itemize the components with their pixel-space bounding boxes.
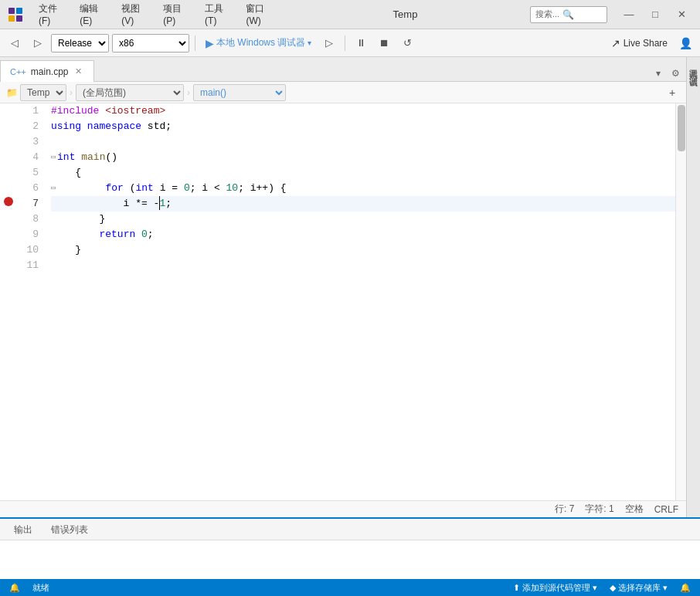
code-line-3 (51, 134, 675, 150)
stop-button[interactable]: ⏹ (374, 34, 394, 52)
tab-dropdown-button[interactable]: ▾ (651, 66, 666, 81)
liveshare-button[interactable]: ↗ Live Share (607, 36, 672, 51)
nav-add-button[interactable]: + (664, 85, 680, 100)
text-cursor (159, 196, 160, 210)
menu-window[interactable]: 窗口(W) (238, 0, 280, 29)
liveshare-label: Live Share (624, 38, 668, 49)
project-nav: 📁 Temp (6, 84, 66, 101)
char-info: 字符: 1 (585, 503, 613, 516)
code-container: 1 2 3 4 5 6 7 8 9 10 11 #include <iostre… (0, 103, 686, 500)
nav-separator-1: › (70, 87, 73, 98)
token-include: #include <iostream> (51, 105, 165, 117)
code-line-10: } (51, 242, 675, 258)
title-bar: 文件(F) 编辑(E) 视图(V) 项目(P) 工具(T) 窗口(W) Temp… (0, 0, 700, 29)
nav-bar-right: + (664, 85, 680, 100)
search-box[interactable]: 搜索... 🔍 (530, 6, 607, 23)
status-add-source[interactable]: ⬆ 添加到源代码管理 ▾ (510, 579, 600, 596)
line-num-8: 8 (17, 212, 45, 227)
tab-bar: C++ main.cpp ✕ ▾ ⚙ (0, 57, 686, 82)
tab-main-cpp[interactable]: C++ main.cpp ✕ (0, 60, 94, 82)
window-controls: — □ ✕ (617, 4, 694, 25)
code-line-4: ▭int main() (51, 150, 675, 165)
nav-forward-button[interactable]: ▷ (28, 34, 48, 52)
editor-status-bar: 行: 7 字符: 1 空格 CRLF (0, 500, 686, 517)
encoding-info: CRLF (654, 504, 678, 515)
line-num-3: 3 (17, 134, 45, 150)
menu-bar: 文件(F) 编辑(E) 视图(V) 项目(P) 工具(T) 窗口(W) (31, 0, 280, 29)
cpp-file-icon: C++ (10, 67, 26, 76)
status-ready[interactable]: 就绪 (29, 579, 53, 596)
window-title: Temp (280, 8, 530, 20)
space-info: 空格 (625, 503, 644, 516)
line-num-2: 2 (17, 119, 45, 134)
restart-button[interactable]: ↺ (397, 34, 417, 52)
line-num-1: 1 (17, 103, 45, 119)
status-git-icon[interactable]: 🔔 (6, 579, 23, 596)
continue-button[interactable]: ▷ (319, 34, 339, 52)
tab-close-button[interactable]: ✕ (73, 66, 84, 77)
symbol-select[interactable]: main() (193, 84, 286, 101)
dropdown-chevron: ▾ (593, 583, 597, 593)
line-num-5: 5 (17, 165, 45, 181)
tab-label: main.cpp (31, 66, 69, 77)
menu-file[interactable]: 文件(F) (31, 0, 70, 29)
minimize-button[interactable]: — (617, 4, 641, 25)
menu-tools[interactable]: 工具(T) (197, 0, 236, 29)
code-line-1: #include <iostream> (51, 103, 675, 119)
breakpoint-gutter (0, 103, 17, 500)
breakpoint-line7[interactable] (4, 197, 13, 206)
account-button[interactable]: 👤 (675, 34, 695, 52)
tab-error-list[interactable]: 错误列表 (43, 520, 96, 540)
line-num-7: 7 (17, 196, 45, 212)
configuration-select[interactable]: Release (51, 34, 109, 52)
debug-target-label: 本地 Windows 调试器 (216, 36, 305, 49)
menu-project[interactable]: 项目(P) (155, 0, 195, 29)
project-icon: 📁 (6, 87, 18, 98)
menu-edit[interactable]: 编辑(E) (72, 0, 112, 29)
status-bar: 🔔 就绪 ⬆ 添加到源代码管理 ▾ ◆ 选择存储库 ▾ 🔔 (0, 579, 700, 596)
repo-chevron: ▾ (663, 583, 668, 593)
main-container: C++ main.cpp ✕ ▾ ⚙ 📁 Temp › (全局范围) › (0, 57, 700, 517)
line-num-10: 10 (17, 242, 45, 258)
right-panel: 调试工具 调试器 (686, 57, 700, 517)
code-editor[interactable]: #include <iostream> using namespace std;… (45, 103, 675, 500)
right-panel-item-2[interactable]: 调试器 (686, 68, 700, 74)
code-line-7: i *= -1; (51, 196, 675, 212)
fold-icon-4[interactable]: ▭ (51, 150, 56, 165)
scrollbar-thumb[interactable] (678, 105, 685, 151)
tab-output[interactable]: 输出 (6, 520, 40, 540)
status-repo[interactable]: ◆ 选择存储库 ▾ (607, 579, 671, 596)
project-select[interactable]: Temp (20, 84, 66, 101)
menu-view[interactable]: 视图(V) (114, 0, 154, 29)
bottom-panel: 输出 错误列表 (0, 517, 700, 579)
toolbar-separator-1 (195, 36, 195, 51)
settings-icon[interactable]: ⚙ (668, 66, 683, 81)
code-line-8: } (51, 212, 675, 227)
liveshare-icon: ↗ (611, 37, 620, 49)
svg-rect-0 (8, 8, 15, 14)
editor-scrollbar[interactable] (675, 103, 686, 500)
right-panel-item-1[interactable]: 调试工具 (686, 60, 700, 66)
editor-area: C++ main.cpp ✕ ▾ ⚙ 📁 Temp › (全局范围) › (0, 57, 686, 517)
code-line-9: return 0; (51, 227, 675, 242)
scope-select[interactable]: (全局范围) (76, 84, 184, 101)
app-logo (6, 5, 25, 24)
toolbar-separator-2 (345, 36, 345, 51)
code-line-5: { (51, 165, 675, 181)
maximize-button[interactable]: □ (643, 4, 668, 25)
tab-bar-actions: ▾ ⚙ (651, 66, 686, 81)
line-num-4: 4 (17, 150, 45, 165)
git-icon: 🔔 (9, 583, 20, 593)
close-button[interactable]: ✕ (669, 4, 694, 25)
fold-icon-6[interactable]: ▭ (51, 181, 56, 196)
svg-rect-1 (16, 8, 22, 14)
pause-button[interactable]: ⏸ (351, 34, 371, 52)
code-line-11 (51, 258, 675, 273)
status-bell[interactable]: 🔔 (677, 579, 694, 596)
nav-bar: 📁 Temp › (全局范围) › main() + (0, 82, 686, 103)
nav-back-button[interactable]: ◁ (5, 34, 25, 52)
bell-icon: 🔔 (680, 583, 691, 593)
platform-select[interactable]: x86 (112, 34, 189, 52)
start-debug-button[interactable]: ▶ 本地 Windows 调试器 ▾ (201, 34, 316, 52)
token-using: using (51, 120, 81, 132)
